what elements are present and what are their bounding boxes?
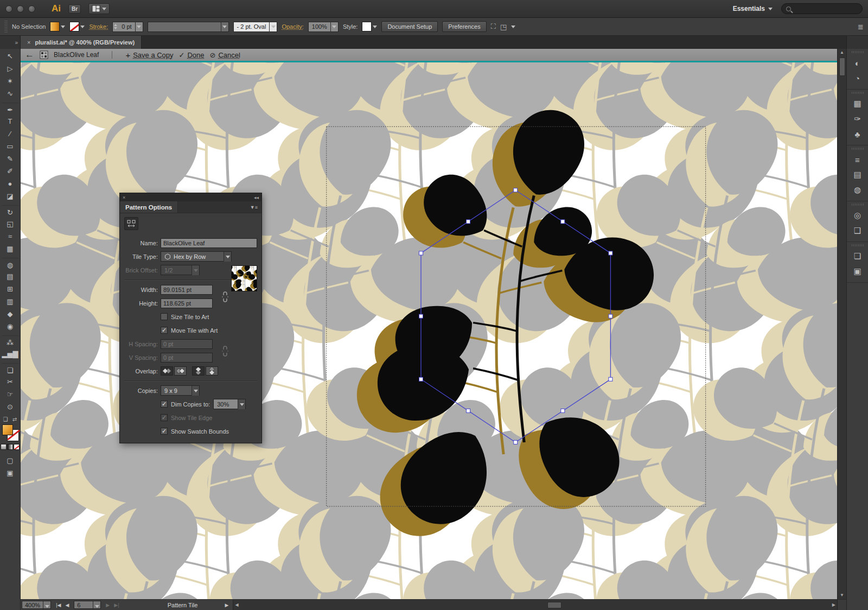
perspective-grid-tool[interactable]: ▤	[3, 270, 17, 283]
tile-edge-handle[interactable]	[561, 409, 565, 412]
rotate-tool[interactable]: ↻	[2, 205, 19, 218]
eraser-tool[interactable]: ◪	[3, 190, 17, 202]
tile-edge-handle[interactable]	[419, 251, 423, 255]
status-menu-icon[interactable]: ▶	[221, 600, 233, 610]
minimize-window-button[interactable]	[17, 5, 24, 12]
exit-pattern-mode-icon[interactable]: ←	[25, 49, 34, 60]
direct-selection-tool[interactable]: ▷	[3, 62, 17, 75]
color-panel-button[interactable]: ◐	[850, 55, 866, 71]
pen-tool[interactable]: ✒	[2, 103, 19, 115]
zoom-level-combo[interactable]: 400%	[22, 601, 51, 609]
style-swatch[interactable]	[362, 22, 372, 31]
slice-tool[interactable]: ✂	[3, 376, 17, 388]
default-fill-stroke-icon[interactable]: ❑	[3, 416, 8, 422]
dock-gripper[interactable]	[852, 148, 864, 150]
layers-panel-button[interactable]: ❏	[850, 249, 866, 264]
line-segment-tool[interactable]: ∕	[3, 128, 17, 140]
stroke-panel-button[interactable]: ≡	[850, 152, 866, 167]
style-control[interactable]	[362, 22, 377, 31]
fill-swatch[interactable]	[50, 22, 60, 31]
magic-wand-tool[interactable]: ✶	[3, 75, 17, 87]
tile-edge-handle[interactable]	[419, 377, 423, 381]
overlap-bottom-in-front-button[interactable]	[206, 366, 218, 376]
arrange-documents-button[interactable]	[88, 3, 110, 14]
artboard-tool[interactable]: ❏	[2, 363, 19, 376]
chevron-down-icon[interactable]	[269, 22, 277, 32]
type-tool[interactable]: T	[3, 115, 17, 128]
tile-width-input[interactable]	[161, 285, 213, 295]
done-button[interactable]: ✓ Done	[179, 51, 205, 59]
swatches-panel-button[interactable]: ▦	[850, 96, 866, 111]
horizontal-scroll-thumb[interactable]	[547, 602, 561, 608]
isolate-selection-icon[interactable]: ◳	[500, 23, 507, 31]
drawing-modes-button[interactable]: ▢	[3, 454, 17, 467]
last-artboard-button[interactable]: ▶|	[112, 602, 120, 608]
search-input[interactable]	[781, 3, 863, 14]
overlap-top-in-front-button[interactable]	[192, 366, 205, 376]
chevron-down-icon[interactable]	[135, 22, 143, 32]
stroke-weight-stepper[interactable]	[113, 22, 118, 31]
symbols-panel-button[interactable]: ♣	[850, 126, 866, 142]
none-mode-button[interactable]	[14, 444, 20, 450]
pattern-name-input[interactable]	[161, 238, 257, 248]
scroll-down-icon[interactable]: ▼	[840, 593, 844, 598]
scale-tool[interactable]: ◱	[3, 218, 17, 230]
tile-height-input[interactable]	[161, 298, 213, 308]
move-tile-with-art-row[interactable]: ✓ Move Tile with Art	[161, 325, 257, 335]
panel-collapse-icon[interactable]: ◂◂	[254, 195, 259, 200]
fill-stroke-indicator[interactable]	[2, 424, 18, 441]
document-setup-button[interactable]: Document Setup	[381, 21, 438, 32]
first-artboard-button[interactable]: |◀	[54, 602, 62, 608]
width-tool[interactable]: ≈	[3, 230, 17, 243]
free-transform-tool[interactable]: ▦	[3, 243, 17, 255]
zoom-window-button[interactable]	[28, 5, 35, 12]
panel-close-icon[interactable]: ×	[123, 195, 125, 200]
chevron-down-icon[interactable]	[224, 252, 231, 262]
dim-copies-checkbox[interactable]: ✓	[161, 401, 168, 408]
brush-definition-combo[interactable]	[148, 22, 229, 32]
artboards-panel-button[interactable]: ▣	[850, 264, 866, 279]
zoom-tool[interactable]: ⊙	[3, 401, 17, 413]
vertical-scroll-thumb[interactable]	[839, 58, 845, 76]
transparency-panel-button[interactable]: ◍	[850, 182, 866, 198]
gradient-mode-button[interactable]	[7, 444, 13, 450]
tile-edge-handle[interactable]	[467, 220, 470, 224]
tile-edge-handle[interactable]	[561, 220, 565, 224]
workspace-switcher[interactable]: Essentials	[733, 5, 773, 12]
screen-mode-button[interactable]: ▣	[3, 467, 17, 479]
swap-fill-stroke-icon[interactable]: ⇄	[12, 416, 17, 422]
horizontal-scrollbar[interactable]: ◀ ▶	[233, 600, 837, 610]
move-tile-checkbox[interactable]: ✓	[161, 327, 168, 334]
overlap-left-in-front-button[interactable]	[161, 366, 173, 376]
document-tab[interactable]: × pluralist.ai* @ 400% (RGB/Preview)	[21, 36, 142, 49]
artboard-number-combo[interactable]: 6	[74, 601, 101, 609]
dock-gripper[interactable]	[852, 51, 864, 53]
scroll-right-icon[interactable]: ▶	[832, 602, 835, 608]
appearance-panel-button[interactable]: ◎	[850, 208, 866, 223]
tile-type-dropdown[interactable]: Hex by Row	[161, 251, 232, 262]
copies-dropdown[interactable]: 9 x 9	[161, 385, 200, 396]
opacity-combo[interactable]: 100%	[308, 22, 339, 32]
tile-edge-handle[interactable]	[467, 409, 470, 412]
gradient-panel-button[interactable]: ▤	[850, 167, 866, 182]
size-tile-checkbox[interactable]	[161, 313, 168, 320]
selection-tool[interactable]: ↖	[3, 50, 17, 62]
toolbar-expand-button[interactable]: »	[0, 36, 21, 49]
show-swatch-bounds-checkbox[interactable]: ✓	[161, 428, 168, 435]
symbol-sprayer-tool[interactable]: ⁂	[2, 335, 19, 348]
stroke-color-control[interactable]	[69, 22, 85, 31]
preferences-button[interactable]: Preferences	[442, 21, 486, 32]
size-tile-to-art-row[interactable]: Size Tile to Art	[161, 312, 257, 322]
eyedropper-tool[interactable]: ◆	[3, 308, 17, 320]
stroke-panel-link[interactable]: Stroke:	[89, 23, 108, 30]
hand-tool[interactable]: ☞	[3, 388, 17, 401]
dim-copies-row[interactable]: ✓ Dim Copies to: 30%	[161, 399, 257, 409]
gradient-tool[interactable]: ▥	[3, 295, 17, 308]
dock-gripper[interactable]	[852, 244, 864, 246]
pencil-tool[interactable]: ✐	[3, 165, 17, 177]
tile-edge-handle[interactable]	[514, 188, 518, 192]
overlap-right-in-front-button[interactable]	[174, 366, 187, 376]
link-dimensions-icon[interactable]	[221, 291, 229, 303]
next-artboard-button[interactable]: ▶	[104, 602, 111, 608]
lasso-tool[interactable]: ∿	[3, 87, 17, 100]
